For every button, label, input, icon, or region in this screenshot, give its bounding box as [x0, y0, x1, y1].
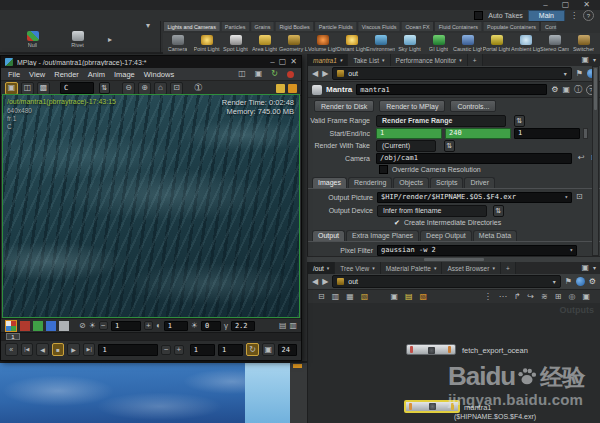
shelf-tool-null[interactable]: Null	[18, 31, 47, 48]
tab-rendering[interactable]: Rendering	[348, 177, 392, 188]
net-dashes-icon[interactable]: ⋯	[499, 293, 507, 301]
plane-selector[interactable]: C	[60, 82, 94, 94]
net-tool-color-icon[interactable]: ▧	[361, 293, 369, 301]
render-to-mplay-button[interactable]: Render to MPlay	[379, 100, 445, 112]
end-field[interactable]: 240	[445, 128, 511, 139]
tab-deep-output[interactable]: Deep Output	[420, 230, 472, 241]
tab-driver[interactable]: Driver	[464, 177, 495, 188]
shelf-tab-grains[interactable]: Grains	[250, 21, 275, 31]
tab-dropdown-icon[interactable]: ▾	[459, 58, 462, 63]
rgb-channel-button[interactable]	[5, 320, 17, 332]
offset-field[interactable]: 0	[201, 321, 221, 331]
pane-tab-tree-view[interactable]: Tree View▾	[335, 262, 380, 274]
mini-shelf-expand-icon[interactable]: ▸	[108, 36, 112, 44]
scene-viewport[interactable]	[0, 361, 307, 423]
shelf-tool-gi-light[interactable]: GI Light	[424, 35, 453, 52]
stepper-icon[interactable]: ⇅	[514, 115, 525, 127]
stepper-icon[interactable]: ⇅	[444, 140, 455, 152]
node-flag[interactable]	[448, 346, 451, 353]
params-scrollbar[interactable]	[592, 66, 599, 256]
valid-frame-range-select[interactable]: Render Frame Range	[376, 115, 506, 127]
shelf-tool-switcher[interactable]: Switcher	[569, 35, 598, 52]
clamp-icon[interactable]: ⊘	[79, 322, 86, 330]
blue-channel-button[interactable]	[46, 321, 56, 331]
go-start-button[interactable]: «	[5, 343, 18, 356]
pane-tab-add2[interactable]: +	[501, 262, 516, 274]
wire-curve-icon[interactable]: ↪	[527, 293, 534, 301]
shelf-tool-portal-light[interactable]: Portal Light	[482, 35, 511, 52]
menu-render[interactable]: Render	[54, 70, 79, 79]
node-flag[interactable]	[409, 403, 412, 410]
shelf-tool-point-light[interactable]: Point Light	[192, 35, 221, 52]
shelf-tab-viscous-fluids[interactable]: Viscous Fluids	[357, 21, 401, 31]
network-gear-icon[interactable]: ⚙	[589, 278, 596, 286]
ladder-handle[interactable]	[583, 128, 588, 139]
network-path-field[interactable]: out ▾	[332, 275, 560, 288]
info-icon[interactable]: ⓘ	[574, 86, 582, 94]
current-frame-field[interactable]: 1	[98, 344, 158, 356]
stop-button[interactable]: ■	[52, 343, 65, 356]
shelf-tool-camera[interactable]: Camera	[163, 35, 192, 52]
pane-tab-material-palette[interactable]: Material Palette▾	[381, 262, 443, 274]
magnify-icon[interactable]: ◎	[568, 293, 575, 301]
record-icon[interactable]	[287, 71, 294, 78]
loop-button[interactable]: ↻	[246, 343, 259, 356]
step-back-button[interactable]: |◀	[21, 343, 34, 356]
sync-icon[interactable]: ↻	[271, 70, 278, 78]
shelf-tool-rivet[interactable]: Rivet	[63, 31, 92, 48]
pane-tab-asset-browser[interactable]: Asset Browser▾	[442, 262, 500, 274]
home-view-button[interactable]: ⌂	[154, 82, 167, 95]
shelf-tool-environment-light[interactable]: Environmen...	[366, 35, 395, 52]
pin-icon[interactable]: ⚑	[576, 70, 583, 78]
tab-scripts[interactable]: Scripts	[430, 177, 463, 188]
render-to-disk-button[interactable]: Render to Disk	[314, 100, 374, 112]
path-forward-icon[interactable]: ▶	[322, 70, 328, 78]
net-tool-tree-icon[interactable]: ⊟	[318, 293, 325, 301]
menu-image[interactable]: Image	[114, 70, 135, 79]
range-end-field[interactable]: 1	[218, 344, 243, 356]
lut-icon[interactable]: ▤	[279, 322, 287, 330]
tab-images[interactable]: Images	[312, 177, 347, 188]
field-dropdown-icon[interactable]: ▾	[564, 194, 568, 200]
path-dropdown-icon[interactable]: ▾	[553, 279, 556, 285]
inc-field[interactable]: 1	[514, 128, 580, 139]
shelf-tool-geometry-light[interactable]: Geometry L...	[279, 35, 308, 52]
output-picture-field[interactable]: $HIP/render/$HIPNAME.$OS.$F4.exr▾	[377, 192, 572, 203]
menu-anim[interactable]: Anim	[88, 70, 105, 79]
pane-split-icon[interactable]: ▣	[581, 264, 589, 272]
jump-to-operator-icon[interactable]: ↩	[578, 154, 585, 162]
brightness-plus-button[interactable]: +	[144, 321, 153, 330]
shelf-tool-stereo-camera[interactable]: Stereo Cam...	[540, 35, 569, 52]
auto-takes-checkbox[interactable]	[474, 11, 483, 20]
render-viewport[interactable]: /out/mantra1(pbrraytrace)-17:43:15 640x4…	[3, 95, 299, 317]
thumbnail-icon[interactable]: ▣	[582, 293, 590, 301]
snapshot-icon[interactable]	[288, 84, 297, 93]
mini-shelf-menu-icon[interactable]: ▾	[146, 22, 150, 30]
node-fetch-export-ocean[interactable]	[406, 344, 456, 355]
controls-button[interactable]: Controls...	[450, 100, 496, 112]
brightness-icon[interactable]: ☀	[89, 322, 96, 330]
menu-file[interactable]: File	[8, 70, 20, 79]
gear-icon[interactable]: ⚙	[551, 86, 558, 94]
shelf-tool-distant-light[interactable]: Distant Light	[337, 35, 366, 52]
pixel-inspect-icon[interactable]: ①	[194, 83, 203, 93]
net-tool-display-icon[interactable]: ▥	[332, 293, 340, 301]
flipbook-icon[interactable]	[276, 84, 285, 93]
pane-tab-take-list[interactable]: Take List▾	[348, 54, 390, 66]
network-canvas[interactable]: Outputs fetch_export_ocean mantra1 ($HIP…	[308, 303, 600, 423]
net-tool-panel-icon[interactable]: ▦	[346, 293, 354, 301]
offset-icon[interactable]: ☀	[191, 322, 198, 330]
wire-shape-icon[interactable]: ↱	[514, 293, 521, 301]
path-forward-icon[interactable]: ▶	[322, 278, 328, 286]
output-device-select[interactable]: Infer from filename	[377, 205, 487, 217]
menu-view[interactable]: View	[29, 70, 45, 79]
shelf-tab-fluid-containers[interactable]: Fluid Containers	[434, 21, 482, 31]
play-button[interactable]: ▶	[67, 343, 80, 356]
timeline-current-frame[interactable]: 1	[6, 333, 20, 340]
pane-tab-out[interactable]: /out▾	[308, 262, 335, 274]
play-reverse-button[interactable]: ◀	[36, 343, 49, 356]
help-icon[interactable]: ?	[583, 10, 594, 21]
fit-view-button[interactable]: ⊡	[170, 82, 183, 95]
tab-output[interactable]: Output	[312, 230, 345, 241]
start-field[interactable]: 1	[376, 128, 442, 139]
